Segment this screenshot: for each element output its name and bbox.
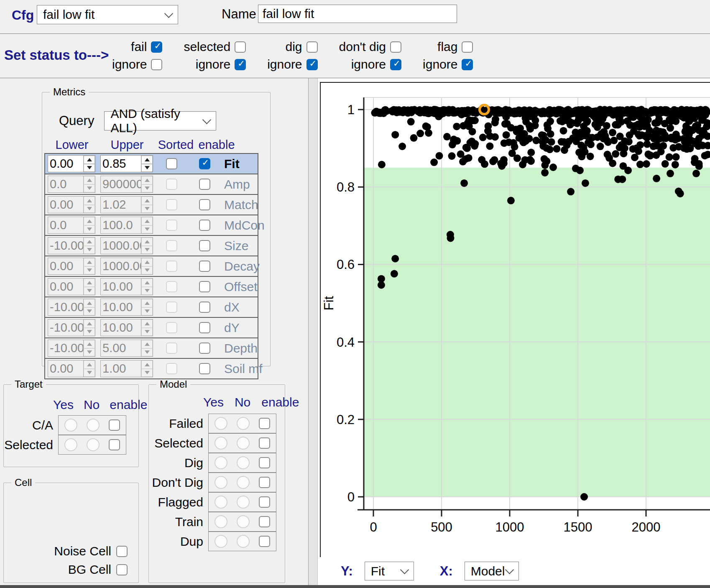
metric-decay-lower-spin-down-button[interactable] xyxy=(84,266,95,275)
metric-fit-upper-spinbox[interactable]: 0.85 xyxy=(100,155,153,172)
metric-offset-upper-spinbox[interactable]: 10.00 xyxy=(100,278,153,295)
metric-row-fit[interactable]: 0.000.85Fit xyxy=(45,154,258,174)
model-selected-no-radio[interactable] xyxy=(237,437,250,450)
model-flagged-no-radio[interactable] xyxy=(237,496,250,509)
model-flagged-enable-checkbox[interactable] xyxy=(259,496,270,508)
metric-mdcon-lower-spin-down-button[interactable] xyxy=(84,225,95,234)
metric-dy-lower-spinbox[interactable]: -10.00 xyxy=(48,319,95,336)
status-checkbox-dig-top[interactable] xyxy=(306,41,318,53)
status-checkbox-selected-top[interactable] xyxy=(235,41,246,53)
query-select[interactable]: AND (satisfy ALL) xyxy=(104,111,216,130)
target-selected-enable-checkbox[interactable] xyxy=(109,439,120,450)
metric-soilmf-sorted-checkbox[interactable] xyxy=(166,363,177,374)
target-ca-enable-checkbox[interactable] xyxy=(109,419,120,431)
model-dup-yes-radio[interactable] xyxy=(215,535,227,548)
metric-amp-lower-spinbox[interactable]: 0.0 xyxy=(48,176,95,193)
metric-mdcon-upper-spin-down-button[interactable] xyxy=(141,225,153,234)
metric-soilmf-lower-spin-down-button[interactable] xyxy=(84,369,95,377)
metric-amp-sorted-checkbox[interactable] xyxy=(166,179,177,190)
metric-dy-enable-checkbox[interactable] xyxy=(199,322,210,333)
metric-fit-lower-spin-up-button[interactable] xyxy=(84,156,95,164)
metric-dy-upper-spinbox[interactable]: 10.00 xyxy=(100,319,153,336)
metric-offset-upper-spin-down-button[interactable] xyxy=(141,287,153,295)
model-selected-yes-radio[interactable] xyxy=(215,437,227,450)
model-dup-no-radio[interactable] xyxy=(237,535,250,548)
metric-depth-upper-spin-down-button[interactable] xyxy=(141,348,153,357)
scatter-plot[interactable]: 00.20.40.60.810500100015002000Fit xyxy=(320,82,710,559)
metric-dx-upper-spin-up-button[interactable] xyxy=(141,299,153,307)
metric-decay-lower-spinbox[interactable]: 0.00 xyxy=(48,258,95,275)
metric-depth-upper-spinbox[interactable]: 5.00 xyxy=(100,340,153,357)
status-checkbox-selected-bottom[interactable] xyxy=(235,59,246,70)
metric-row-depth[interactable]: -10.005.00Depth xyxy=(45,338,258,359)
metric-soilmf-lower-spinbox[interactable]: 0.00 xyxy=(48,360,95,377)
status-checkbox-fail-top[interactable] xyxy=(151,41,162,53)
metric-amp-enable-checkbox[interactable] xyxy=(199,179,210,190)
model-failed-enable-checkbox[interactable] xyxy=(259,418,270,429)
metric-soilmf-lower-spin-up-button[interactable] xyxy=(84,360,95,369)
metric-dx-upper-spin-down-button[interactable] xyxy=(141,307,153,316)
metric-amp-upper-spin-down-button[interactable] xyxy=(141,184,153,193)
metric-size-enable-checkbox[interactable] xyxy=(199,240,210,251)
metric-fit-lower-spinbox[interactable]: 0.00 xyxy=(48,155,95,172)
metric-match-upper-spin-down-button[interactable] xyxy=(141,205,153,213)
status-checkbox-dontdig-top[interactable] xyxy=(390,41,401,53)
metric-size-lower-spin-down-button[interactable] xyxy=(84,246,95,254)
metric-offset-enable-checkbox[interactable] xyxy=(199,281,210,292)
metric-decay-upper-spin-down-button[interactable] xyxy=(141,266,153,275)
model-train-enable-checkbox[interactable] xyxy=(259,516,270,527)
metric-offset-upper-spin-up-button[interactable] xyxy=(141,279,153,287)
metric-mdcon-lower-spin-up-button[interactable] xyxy=(84,217,95,225)
metric-soilmf-upper-spin-down-button[interactable] xyxy=(141,369,153,377)
metric-decay-upper-spin-up-button[interactable] xyxy=(141,258,153,266)
metric-soilmf-upper-spinbox[interactable]: 1.00 xyxy=(100,360,153,377)
metric-decay-enable-checkbox[interactable] xyxy=(199,261,210,272)
model-dig-no-radio[interactable] xyxy=(237,456,250,469)
metric-offset-lower-spinbox[interactable]: 0.00 xyxy=(48,278,95,295)
metric-decay-upper-spinbox[interactable]: 1000.00 xyxy=(100,258,153,275)
metric-depth-sorted-checkbox[interactable] xyxy=(166,343,177,354)
metric-row-match[interactable]: 0.001.02Match xyxy=(45,195,258,215)
metric-amp-lower-spin-down-button[interactable] xyxy=(84,184,95,193)
metric-dy-upper-spin-up-button[interactable] xyxy=(141,320,153,328)
metric-row-dx[interactable]: -10.0010.00dX xyxy=(45,297,258,318)
metric-soilmf-enable-checkbox[interactable] xyxy=(199,363,210,374)
metric-match-upper-spinbox[interactable]: 1.02 xyxy=(100,196,153,213)
name-input[interactable] xyxy=(258,5,457,23)
status-checkbox-fail-bottom[interactable] xyxy=(151,59,162,70)
model-selected-enable-checkbox[interactable] xyxy=(259,437,270,449)
model-dig-yes-radio[interactable] xyxy=(215,456,227,469)
model-dup-enable-checkbox[interactable] xyxy=(259,536,270,547)
metric-row-decay[interactable]: 0.001000.00Decay xyxy=(45,256,258,277)
metric-amp-upper-spinbox[interactable]: 900000 xyxy=(100,176,153,193)
metric-depth-lower-spin-down-button[interactable] xyxy=(84,348,95,357)
metric-depth-upper-spin-up-button[interactable] xyxy=(141,340,153,348)
metric-offset-lower-spin-down-button[interactable] xyxy=(84,287,95,295)
metric-dx-sorted-checkbox[interactable] xyxy=(166,302,177,313)
metric-size-lower-spin-up-button[interactable] xyxy=(84,238,95,246)
metric-size-upper-spin-up-button[interactable] xyxy=(141,238,153,246)
metric-row-size[interactable]: -10.001000.00Size xyxy=(45,236,258,256)
metric-fit-upper-spin-down-button[interactable] xyxy=(141,164,153,172)
metric-dx-lower-spin-up-button[interactable] xyxy=(84,299,95,307)
metric-size-sorted-checkbox[interactable] xyxy=(166,240,177,251)
metric-decay-lower-spin-up-button[interactable] xyxy=(84,258,95,266)
metric-match-lower-spin-down-button[interactable] xyxy=(84,205,95,213)
status-checkbox-flag-bottom[interactable] xyxy=(462,59,473,70)
model-train-no-radio[interactable] xyxy=(237,515,250,528)
metric-decay-sorted-checkbox[interactable] xyxy=(166,261,177,272)
model-train-yes-radio[interactable] xyxy=(215,515,227,528)
model-flagged-yes-radio[interactable] xyxy=(215,496,227,509)
model-failed-yes-radio[interactable] xyxy=(215,417,227,430)
cfg-select[interactable]: fail low fit xyxy=(37,5,178,24)
model-dontdig-enable-checkbox[interactable] xyxy=(259,477,270,488)
target-ca-yes-radio[interactable] xyxy=(64,419,77,432)
panel-splitter[interactable] xyxy=(308,78,318,588)
metric-match-lower-spin-up-button[interactable] xyxy=(84,197,95,205)
metric-size-upper-spin-down-button[interactable] xyxy=(141,246,153,254)
metric-depth-lower-spin-up-button[interactable] xyxy=(84,340,95,348)
metric-mdcon-upper-spin-up-button[interactable] xyxy=(141,217,153,225)
status-checkbox-dig-bottom[interactable] xyxy=(306,59,318,70)
metric-row-soilmf[interactable]: 0.001.00Soil mf xyxy=(45,359,258,378)
target-ca-no-radio[interactable] xyxy=(87,419,100,432)
